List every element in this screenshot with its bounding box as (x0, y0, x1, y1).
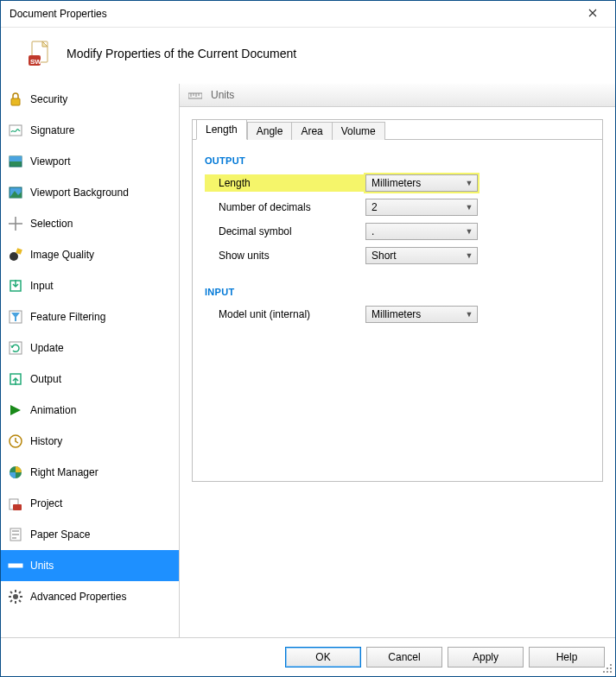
select-model-unit[interactable]: Millimeters ▼ (365, 306, 478, 323)
lock-icon (8, 92, 23, 107)
svg-rect-54 (610, 671, 612, 673)
svg-rect-44 (188, 93, 202, 98)
dialog-subtitle: Modify Properties of the Current Documen… (67, 47, 296, 60)
group-input-label: INPUT (205, 287, 590, 297)
sidebar-item-signature[interactable]: Signature (1, 115, 179, 146)
sidebar-item-label: Advanced Properties (30, 591, 126, 603)
svg-rect-24 (13, 504, 22, 510)
sidebar-item-label: Image Quality (30, 249, 94, 261)
sidebar-item-label: History (30, 435, 62, 447)
tab-label: Length (206, 123, 238, 136)
field-label: Length (205, 174, 365, 192)
select-decimal-symbol[interactable]: . ▼ (365, 223, 478, 240)
sidebar-item-input[interactable]: Input (1, 270, 179, 301)
sidebar-item-label: Viewport Background (30, 187, 129, 199)
svg-line-40 (10, 592, 12, 593)
ok-button[interactable]: OK (285, 647, 361, 668)
sidebar-item-label: Output (30, 373, 61, 385)
svg-point-12 (10, 252, 18, 261)
tab-volume[interactable]: Volume (333, 122, 385, 140)
project-icon (8, 496, 23, 511)
tab-content-length: OUTPUT Length Millimeters ▼ Num (193, 140, 602, 338)
sidebar-item-label: Update (30, 342, 64, 354)
sidebar-item-paper-space[interactable]: Paper Space (1, 519, 179, 550)
dialog-window: Document Properties SW Modify Properties… (0, 0, 616, 677)
select-show-units[interactable]: Short ▼ (365, 247, 478, 264)
svg-rect-4 (11, 98, 20, 105)
svg-rect-49 (610, 664, 612, 666)
sidebar-item-label: Animation (30, 404, 76, 416)
dialog-body: Security Signature Viewport Viewport Bac… (1, 83, 615, 637)
sidebar-item-selection[interactable]: Selection (1, 208, 179, 239)
units-icon (8, 558, 23, 573)
sidebar-item-right-manager[interactable]: Right Manager (1, 457, 179, 488)
row-output-length: Length Millimeters ▼ (205, 171, 590, 195)
svg-rect-50 (606, 668, 608, 669)
tab-angle[interactable]: Angle (247, 122, 293, 140)
button-label: Apply (473, 651, 499, 663)
row-model-unit: Model unit (internal) Millimeters ▼ (205, 302, 590, 326)
chevron-down-icon: ▼ (465, 310, 473, 319)
sidebar-item-advanced-properties[interactable]: Advanced Properties (1, 581, 179, 612)
button-label: Help (556, 651, 578, 663)
right-manager-icon (8, 465, 23, 480)
svg-text:SW: SW (30, 58, 41, 66)
select-value: Millimeters (372, 177, 465, 189)
svg-rect-26 (12, 530, 19, 532)
tab-length[interactable]: Length (196, 119, 247, 140)
settings-panel: Units Length Angle Area Volume OUTPUT Le… (180, 84, 615, 637)
resize-grip[interactable] (603, 664, 613, 674)
tab-label: Volume (341, 125, 376, 137)
sidebar-item-viewport[interactable]: Viewport (1, 146, 179, 177)
sidebar-item-update[interactable]: Update (1, 332, 179, 364)
button-label: Cancel (388, 651, 420, 663)
field-label: Show units (205, 250, 365, 262)
field-label: Model unit (internal) (205, 308, 365, 320)
close-button[interactable] (577, 2, 608, 26)
panel-title: Units (211, 89, 234, 101)
group-output-label: OUTPUT (205, 155, 590, 166)
viewport-icon (8, 154, 23, 169)
sidebar-item-label: Feature Filtering (30, 311, 105, 323)
select-output-length[interactable]: Millimeters ▼ (365, 174, 478, 192)
sidebar-item-viewport-background[interactable]: Viewport Background (1, 177, 179, 208)
sidebar-item-feature-filtering[interactable]: Feature Filtering (1, 301, 179, 332)
svg-rect-52 (603, 671, 605, 673)
category-sidebar: Security Signature Viewport Viewport Bac… (1, 84, 180, 637)
select-number-of-decimals[interactable]: 2 ▼ (365, 199, 478, 216)
sidebar-item-label: Viewport (30, 155, 70, 168)
sidebar-item-label: Signature (30, 124, 74, 136)
field-label: Number of decimals (205, 201, 365, 213)
chevron-down-icon: ▼ (465, 227, 473, 236)
svg-rect-28 (12, 537, 16, 539)
sidebar-item-label: Project (30, 497, 62, 509)
sidebar-item-image-quality[interactable]: Image Quality (1, 239, 179, 270)
sidebar-item-project[interactable]: Project (1, 488, 179, 519)
cancel-button[interactable]: Cancel (366, 647, 442, 668)
sidebar-item-label: Input (30, 280, 54, 292)
sidebar-item-history[interactable]: History (1, 426, 179, 457)
sidebar-item-label: Paper Space (30, 528, 90, 541)
sidebar-item-security[interactable]: Security (1, 84, 179, 115)
settings-pane: Length Angle Area Volume OUTPUT Length M… (192, 119, 603, 482)
select-value: Millimeters (372, 308, 465, 320)
svg-line-43 (19, 592, 21, 593)
titlebar: Document Properties (1, 1, 615, 28)
row-number-of-decimals: Number of decimals 2 ▼ (205, 195, 590, 219)
tab-area[interactable]: Area (292, 122, 332, 140)
sidebar-item-units[interactable]: Units (1, 550, 179, 581)
chevron-down-icon: ▼ (465, 251, 473, 260)
field-label: Decimal symbol (205, 225, 365, 237)
output-icon (8, 371, 23, 387)
feature-filter-icon (8, 309, 23, 325)
button-label: OK (315, 651, 330, 663)
sidebar-item-label: Units (30, 560, 54, 572)
svg-rect-27 (12, 534, 19, 535)
apply-button[interactable]: Apply (448, 647, 524, 668)
sidebar-item-animation[interactable]: Animation (1, 395, 179, 426)
sidebar-item-label: Right Manager (30, 466, 98, 478)
animation-icon (8, 402, 23, 418)
svg-line-42 (10, 600, 12, 602)
sidebar-item-output[interactable]: Output (1, 364, 179, 395)
help-button[interactable]: Help (529, 647, 605, 668)
